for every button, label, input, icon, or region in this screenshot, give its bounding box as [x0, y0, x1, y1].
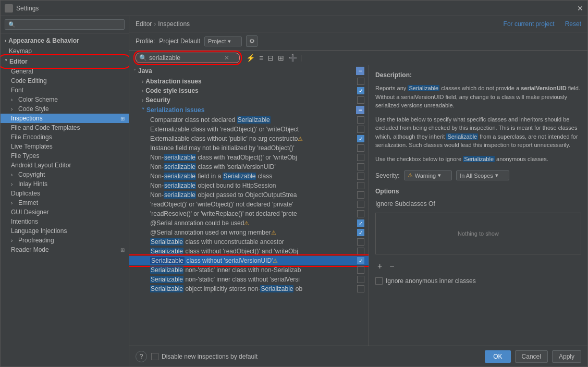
sidebar-item-label: Reader Mode — [11, 246, 49, 253]
ignore-anon-row: Ignore anonymous inner classes — [375, 277, 581, 285]
sidebar-item-proofreading[interactable]: › Proofreading — [1, 236, 129, 245]
sidebar-item-code-style[interactable]: › Code Style — [1, 104, 129, 114]
tree-item-serial-1[interactable]: @Serial annotation could be used ⚠ — [129, 218, 369, 228]
item-checkbox[interactable] — [357, 116, 364, 124]
clear-search-icon[interactable]: ✕ — [224, 54, 229, 62]
sidebar-item-file-types[interactable]: File Types — [1, 151, 129, 161]
sidebar-item-language-injections[interactable]: Language Injections — [1, 226, 129, 236]
category-checkbox[interactable] — [357, 87, 364, 94]
close-button[interactable]: ✕ — [577, 4, 583, 13]
tree-item-non-ser-5[interactable]: Non-serializable object passed to Object… — [129, 190, 369, 200]
item-checkbox[interactable] — [357, 173, 364, 180]
sidebar-item-label: Font — [11, 87, 23, 94]
tree-category-serialization[interactable]: ˅ Serialization issues − — [129, 105, 369, 115]
add-icon[interactable]: ➕ — [287, 53, 298, 63]
for-current-project-link[interactable]: For current project — [504, 20, 555, 28]
sidebar-item-intentions[interactable]: Intentions — [1, 217, 129, 226]
sidebar-search-input[interactable] — [5, 19, 125, 30]
filter-icon[interactable]: ⚡ — [245, 53, 256, 63]
tree-item-externalizable-1[interactable]: Externalizable class with 'readObject()'… — [129, 125, 369, 134]
item-checkbox[interactable] — [357, 154, 364, 161]
profile-dropdown[interactable]: Project ▾ — [204, 36, 242, 46]
sidebar-item-file-encodings[interactable]: File Encodings — [1, 132, 129, 142]
disable-inspections-checkbox[interactable] — [151, 353, 158, 360]
reset-button[interactable]: Reset — [565, 20, 581, 28]
severity-dropdown[interactable]: ⚠ Warning ▾ — [404, 170, 452, 180]
sidebar-item-inspections[interactable]: Inspections ⊞ — [1, 114, 129, 123]
tree-item-comparator[interactable]: Comparator class not declared Serializab… — [129, 115, 369, 125]
sidebar-item-code-editing[interactable]: Code Editing — [1, 76, 129, 85]
add-class-button[interactable]: + — [375, 262, 384, 271]
sidebar-item-reader-mode[interactable]: Reader Mode ⊞ — [1, 245, 129, 254]
java-minus-btn[interactable]: − — [356, 67, 364, 75]
item-checkbox[interactable] — [357, 126, 364, 133]
sidebar-item-color-scheme[interactable]: › Color Scheme — [1, 95, 129, 104]
item-checkbox[interactable] — [357, 248, 364, 255]
apply-button[interactable]: Apply — [552, 350, 581, 363]
category-checkbox[interactable] — [357, 96, 364, 104]
tree-item-externalizable-2[interactable]: Externalizable class without 'public' no… — [129, 134, 369, 143]
item-checkbox[interactable] — [357, 144, 364, 152]
item-checkbox[interactable] — [357, 238, 364, 246]
sidebar-item-appearance[interactable]: › Appearance & Behavior — [1, 35, 129, 46]
serialization-minus-btn[interactable]: − — [356, 106, 364, 114]
sidebar-item-editor[interactable]: ˅ Editor — [1, 56, 129, 67]
item-checkbox[interactable] — [357, 182, 364, 189]
sidebar-item-copyright[interactable]: › Copyright — [1, 170, 129, 179]
item-checkbox[interactable] — [357, 257, 364, 264]
bottom-left: ? Disable new inspections by default — [136, 351, 258, 362]
tree-category-security[interactable]: › Security — [129, 95, 369, 105]
remove-class-button[interactable]: − — [387, 262, 396, 271]
expand-icon[interactable]: ≡ — [258, 53, 264, 63]
tree-item-implicitly-stores[interactable]: Serializable object implicitly stores no… — [129, 284, 369, 293]
tree-item-no-svuid[interactable]: Serializable class without 'serialVersio… — [129, 256, 369, 265]
ignore-anonymous-checkbox[interactable] — [375, 277, 383, 285]
item-checkbox[interactable] — [357, 135, 364, 142]
java-section-header[interactable]: ˅ Java − — [129, 65, 369, 77]
tree-item-non-ser-3[interactable]: Non-serializable field in a Serializable… — [129, 172, 369, 181]
item-checkbox[interactable] — [357, 210, 364, 217]
group-icon[interactable]: ⊞ — [277, 53, 285, 63]
sidebar-item-emmet[interactable]: › Emmet — [1, 198, 129, 207]
scope-dropdown[interactable]: In All Scopes ▾ — [456, 170, 509, 180]
arrow-icon: › — [11, 238, 16, 243]
item-checkbox[interactable] — [357, 191, 364, 199]
tree-item-instance-field[interactable]: Instance field may not be initialized by… — [129, 143, 369, 153]
search-input[interactable] — [149, 54, 222, 62]
tree-category-abstraction[interactable]: › Abstraction issues — [129, 77, 369, 86]
item-checkbox[interactable] — [357, 276, 364, 283]
item-checkbox[interactable] — [357, 163, 364, 170]
sidebar-item-android-layout[interactable]: Android Layout Editor — [1, 161, 129, 170]
item-checkbox[interactable] — [357, 201, 364, 208]
tree-item-non-static-1[interactable]: Serializable non-'static' inner class wi… — [129, 265, 369, 275]
item-checkbox[interactable] — [357, 285, 364, 292]
help-button[interactable]: ? — [136, 351, 147, 362]
tree-item-non-ser-1[interactable]: Non-serializable class with 'readObject(… — [129, 153, 369, 162]
tree-item-readresolve[interactable]: 'readResolve()' or 'writeReplace()' not … — [129, 209, 369, 218]
tree-item-unconstructable[interactable]: Serializable class with unconstructable … — [129, 237, 369, 247]
sidebar-item-general[interactable]: General — [1, 67, 129, 76]
item-checkbox[interactable] — [357, 229, 364, 236]
category-checkbox[interactable] — [357, 78, 364, 85]
sidebar-item-inlay-hints[interactable]: › Inlay Hints — [1, 179, 129, 189]
sidebar-item-gui-designer[interactable]: GUI Designer — [1, 207, 129, 217]
sidebar-item-keymap[interactable]: Keymap — [1, 46, 129, 56]
tree-item-non-ser-4[interactable]: Non-serializable object bound to HttpSes… — [129, 181, 369, 190]
collapse-icon[interactable]: ⊟ — [266, 53, 275, 63]
tree-item-no-readobject[interactable]: Serializable class without 'readObject()… — [129, 247, 369, 256]
gear-button[interactable]: ⚙ — [246, 35, 258, 47]
sidebar-item-duplicates[interactable]: Duplicates — [1, 189, 129, 198]
item-checkbox[interactable] — [357, 266, 364, 274]
tree-item-readobject[interactable]: 'readObject()' or 'writeObject()' not de… — [129, 200, 369, 209]
tree-item-non-static-2[interactable]: Serializable non-'static' inner class wi… — [129, 275, 369, 284]
sidebar-item-live-templates[interactable]: Live Templates — [1, 142, 129, 151]
item-checkbox[interactable] — [357, 219, 364, 227]
item-icon: ⊞ — [120, 116, 125, 121]
tree-category-code-style[interactable]: › Code style issues — [129, 86, 369, 95]
tree-item-serial-2[interactable]: @Serial annotation used on wrong member … — [129, 228, 369, 237]
sidebar-item-file-code-templates[interactable]: File and Code Templates — [1, 123, 129, 132]
ok-button[interactable]: OK — [485, 350, 510, 363]
cancel-button[interactable]: Cancel — [515, 350, 548, 363]
tree-item-non-ser-2[interactable]: Non-serializable class with 'serialVersi… — [129, 162, 369, 172]
sidebar-item-font[interactable]: Font — [1, 85, 129, 95]
